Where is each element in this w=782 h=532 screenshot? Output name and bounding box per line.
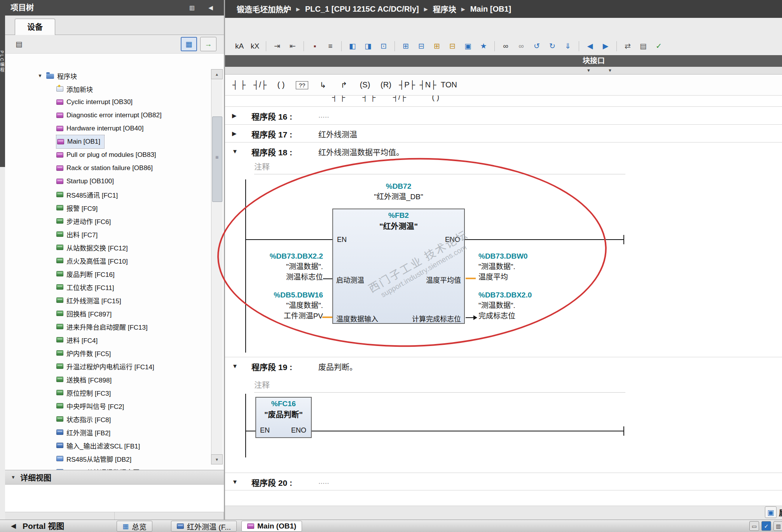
monitoring-options-icon[interactable]: ∞	[515, 40, 528, 52]
tree-item[interactable]: 废品判断 [FC16]	[56, 267, 115, 280]
tree-scrollbar-track[interactable]	[211, 79, 223, 454]
syntax-check-icon[interactable]: ✓	[652, 40, 665, 52]
show-symbolic-operands-icon[interactable]: kX	[248, 40, 262, 52]
tree-item[interactable]: RS485从站通讯数据交互 [DB3]	[56, 465, 158, 470]
monitoring-icon[interactable]: ∞	[499, 40, 512, 52]
tree-item[interactable]: Startup [OB100]	[56, 175, 114, 188]
tab-devices[interactable]: 设备	[15, 19, 55, 35]
interface-splitter[interactable]: ▼ ▼	[225, 67, 782, 75]
pane-toggle-icon[interactable]: ▭	[749, 521, 759, 531]
collapse-arrow-icon[interactable]: ▼	[232, 363, 238, 369]
portal-back-icon[interactable]: ◀	[11, 522, 16, 530]
tree-item[interactable]: 红外测温 [FB2]	[56, 426, 110, 439]
network-title[interactable]: 废品判断。	[318, 361, 357, 372]
tree-item[interactable]: Cyclic interrupt [OB30]	[56, 96, 133, 109]
breadcrumb-item[interactable]: Main [OB1]	[470, 5, 511, 14]
close-branch-icon[interactable]: ↱	[335, 80, 353, 90]
network-16-header[interactable]: ▶ 程序段 16 : .....	[225, 106, 782, 124]
collapse-arrow-icon[interactable]: ▼	[232, 478, 238, 485]
collapse-arrow-icon[interactable]: ▶	[232, 130, 237, 137]
snapshot-icon[interactable]: ↺	[530, 40, 543, 52]
fb-instance-db-label[interactable]: %DB72 "红外测温_DB"	[332, 181, 465, 202]
operand-out2[interactable]: %DB73.DBX2.0 "测温数据". 完成标志位	[478, 290, 580, 321]
detail-view-header[interactable]: ▼ 详细视图	[5, 470, 224, 485]
pin-input-temp-data[interactable]: 温度数据输入	[336, 313, 378, 323]
favorites-icon[interactable]: ★	[477, 40, 490, 52]
collapse-panel-icon[interactable]: ◀	[204, 1, 217, 14]
side-tab-label[interactable]: PLC编程	[0, 50, 5, 73]
breadcrumb-item[interactable]: 程序块	[433, 3, 456, 15]
tree-item[interactable]: 中央呼叫信号 [FC2]	[56, 399, 124, 412]
expander-icon[interactable]: ▼	[38, 73, 42, 78]
status-ok-icon[interactable]: ✓	[761, 521, 771, 531]
tree-item[interactable]: 状态指示 [FC8]	[56, 412, 111, 426]
network-comment[interactable]: 注释	[254, 161, 270, 172]
taskbar-tab[interactable]: Main (OB1)	[241, 521, 302, 532]
breadcrumb-item[interactable]: PLC_1 [CPU 1215C AC/DC/Rly]	[305, 5, 419, 14]
network-title[interactable]: 红外线测温数据平均值。	[318, 146, 404, 158]
block-interface-bar[interactable]: 块接口	[225, 55, 782, 67]
tree-item[interactable]: 从站数据交换 [FC12]	[56, 241, 128, 254]
tree-item[interactable]: 输入_输出滤波SCL [FB1]	[56, 439, 140, 452]
tree-item[interactable]: RS485通讯 [FC1]	[56, 188, 118, 201]
close-all-networks-icon[interactable]: ◨	[361, 40, 375, 52]
open-all-networks-icon[interactable]: ◧	[346, 40, 359, 52]
taskbar-tab[interactable]: ▦总览	[117, 521, 152, 532]
collapse-network-icon[interactable]: ⊟	[415, 40, 428, 52]
collapse-all-icon[interactable]: ⊟	[446, 40, 459, 52]
pin-en[interactable]: EN	[337, 236, 347, 244]
ton-timer-icon[interactable]: TON	[440, 80, 457, 89]
fb-call-block[interactable]: %FB2 "红外测温" EN ENO 启动测温 温度数据输入 温度平均值 计算完…	[332, 209, 465, 324]
taskbar-tab[interactable]: 红外测温 (F...	[171, 521, 237, 532]
portal-view-button[interactable]: Portal 视图	[23, 520, 64, 532]
insert-comment-icon[interactable]: ⊡	[377, 40, 390, 52]
network-title[interactable]: .....	[318, 111, 329, 120]
network-title[interactable]: .....	[318, 477, 329, 486]
contact-no-icon[interactable]: ┤ ├	[230, 80, 248, 89]
n-contact-icon[interactable]: ┤N├	[419, 80, 436, 89]
tree-scrollbar-thumb[interactable]	[212, 116, 222, 202]
network-title[interactable]: 红外线测温	[318, 129, 357, 140]
tree-item-program-blocks[interactable]: ▼ 程序块	[38, 69, 77, 82]
tree-item[interactable]: 进料 [FC4]	[56, 333, 98, 346]
tree-item[interactable]: 出料 [FC7]	[56, 228, 98, 241]
scroll-down-icon[interactable]: ▼	[211, 454, 223, 464]
overview-view-icon[interactable]: ▦	[181, 37, 197, 51]
network-20-header[interactable]: ▼ 程序段 20 : .....	[225, 473, 782, 490]
tree-item[interactable]: Diagnostic error interrupt [OB82]	[56, 109, 162, 122]
expand-all-icon[interactable]: ⊞	[430, 40, 443, 52]
tree-item[interactable]: 升温过程炉内电机运行 [FC14]	[56, 360, 154, 373]
open-branch-icon[interactable]: ↳	[314, 80, 332, 90]
call-structure-icon[interactable]: ▤	[637, 40, 650, 52]
pin-input-start-measure[interactable]: 启动测温	[336, 275, 364, 285]
tree-item[interactable]: 回换档 [FC897]	[56, 307, 112, 320]
tree-item[interactable]: 炉内件数 [FC5]	[56, 346, 111, 360]
network-comment[interactable]: 注释	[254, 379, 270, 390]
tree-item[interactable]: RS485从站管脚 [DB2]	[56, 452, 131, 465]
splitter-arrow-icon[interactable]: ▼	[586, 68, 591, 73]
tree-item[interactable]: 进来升降台启动提醒 [FC13]	[56, 320, 148, 333]
pin-eno[interactable]: ENO	[291, 426, 306, 435]
sort-filter-icon[interactable]: ▤	[13, 37, 25, 50]
splitter-arrow-icon[interactable]: ▼	[608, 68, 612, 73]
tree-item[interactable]: Main [OB1]	[56, 135, 104, 148]
insert-network-icon[interactable]: ▪	[308, 40, 321, 52]
cross-references-icon[interactable]: ⇄	[621, 40, 634, 52]
tree-item[interactable]: 添加新块	[56, 82, 93, 96]
tree-item[interactable]: 步进动作 [FC6]	[56, 214, 111, 228]
set-coil-icon[interactable]: (S)	[356, 80, 374, 89]
show-network-comments-icon[interactable]: ≡	[324, 40, 337, 52]
tree-item[interactable]: 点火及高低温 [FC10]	[56, 254, 128, 267]
network-18-header[interactable]: ▼ 程序段 18 : 红外线测温数据平均值。	[225, 142, 782, 160]
properties-icon[interactable]: ▣	[765, 506, 777, 518]
scroll-up-icon[interactable]: ▲	[211, 69, 223, 79]
pin-eno[interactable]: ENO	[445, 236, 460, 244]
tree-item[interactable]: Pull or plug of modules [OB83]	[56, 148, 156, 162]
pin-output-average[interactable]: 温度平均值	[426, 275, 461, 285]
tree-item[interactable]: 送换档 [FC898]	[56, 373, 112, 386]
go-to-next-icon[interactable]: ▶	[599, 40, 612, 52]
show-absolute-operands-icon[interactable]: kA	[233, 40, 246, 52]
outdent-icon[interactable]: ⇤	[286, 40, 299, 52]
load-snapshot-icon[interactable]: ⇓	[561, 40, 574, 52]
empty-box-icon[interactable]: ??	[293, 80, 311, 89]
